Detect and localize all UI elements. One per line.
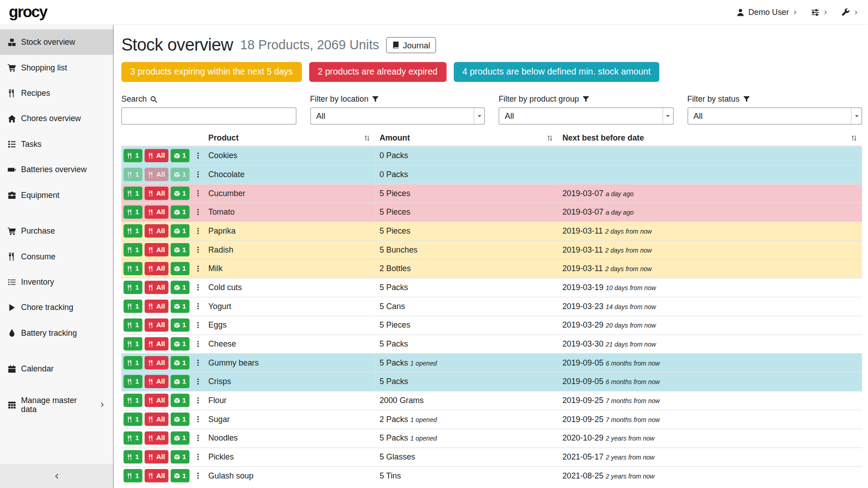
consume-one-button[interactable]: 1 [123, 375, 142, 388]
consume-one-button[interactable]: 1 [123, 319, 142, 332]
open-one-button[interactable]: 1 [170, 187, 189, 200]
consume-all-button[interactable]: All [145, 413, 169, 426]
sidebar-item-chore-tracking[interactable]: Chore tracking [0, 295, 113, 320]
admin-menu[interactable] [842, 8, 859, 16]
open-one-button[interactable]: 1 [170, 375, 189, 388]
row-menu-button[interactable] [192, 337, 204, 350]
sidebar-item-consume[interactable]: Consume [0, 244, 113, 269]
row-menu-button[interactable] [192, 375, 204, 388]
product-group-filter-select[interactable]: All [499, 108, 674, 125]
consume-one-button[interactable]: 1 [123, 450, 142, 463]
row-menu-button[interactable] [192, 469, 204, 482]
open-one-button[interactable]: 1 [170, 356, 189, 369]
consume-one-button[interactable]: 1 [123, 224, 142, 237]
open-one-button[interactable]: 1 [170, 281, 189, 294]
row-menu-button[interactable] [192, 413, 204, 426]
consume-one-button[interactable]: 1 [123, 149, 142, 162]
row-menu-button[interactable] [192, 243, 204, 256]
consume-all-button[interactable]: All [145, 319, 169, 332]
consume-all-button[interactable]: All [145, 187, 169, 200]
consume-one-button[interactable]: 1 [123, 300, 142, 313]
sidebar-item-tasks[interactable]: Tasks [0, 131, 113, 156]
consume-all-button[interactable]: All [145, 450, 169, 463]
open-one-button[interactable]: 1 [170, 300, 189, 313]
location-filter-select[interactable]: All [310, 108, 485, 125]
row-menu-button[interactable] [192, 319, 204, 332]
sidebar-item-chores-overview[interactable]: Chores overview [0, 106, 113, 131]
row-menu-button[interactable] [192, 149, 204, 162]
settings-menu[interactable] [811, 8, 828, 16]
consume-all-button[interactable]: All [145, 300, 169, 313]
consume-one-button[interactable]: 1 [123, 168, 142, 181]
consume-all-button[interactable]: All [145, 394, 169, 407]
open-one-button[interactable]: 1 [170, 394, 189, 407]
row-menu-button[interactable] [192, 450, 204, 463]
consume-all-button[interactable]: All [145, 149, 169, 162]
consume-all-button[interactable]: All [145, 375, 169, 388]
row-menu-button[interactable] [192, 394, 204, 407]
consume-one-button[interactable]: 1 [123, 206, 142, 219]
consume-one-button[interactable]: 1 [123, 281, 142, 294]
consume-all-button[interactable]: All [145, 281, 169, 294]
open-one-button[interactable]: 1 [170, 319, 189, 332]
row-menu-button[interactable] [192, 224, 204, 237]
row-menu-button[interactable] [192, 281, 204, 294]
consume-all-button[interactable]: All [145, 262, 169, 275]
consume-one-button[interactable]: 1 [123, 413, 142, 426]
row-menu-button[interactable] [192, 356, 204, 369]
consume-all-button[interactable]: All [145, 469, 169, 482]
consume-one-button[interactable]: 1 [123, 187, 142, 200]
consume-one-button[interactable]: 1 [123, 262, 142, 275]
app-logo[interactable]: grocy [9, 3, 47, 21]
sidebar-item-calendar[interactable]: Calendar [0, 356, 113, 381]
row-menu-button[interactable] [192, 168, 204, 181]
open-one-button[interactable]: 1 [170, 149, 189, 162]
open-one-button[interactable]: 1 [170, 168, 189, 181]
journal-button[interactable]: Journal [387, 37, 437, 53]
open-one-button[interactable]: 1 [170, 337, 189, 350]
row-menu-button[interactable] [192, 300, 204, 313]
column-header-product[interactable]: Product [204, 132, 375, 146]
open-one-button[interactable]: 1 [170, 413, 189, 426]
open-one-button[interactable]: 1 [170, 432, 189, 445]
row-menu-button[interactable] [192, 206, 204, 219]
sidebar-item-equipment[interactable]: Equipment [0, 182, 113, 207]
sidebar-item-inventory[interactable]: Inventory [0, 269, 113, 295]
status-filter-select[interactable]: All [687, 108, 862, 125]
consume-all-button[interactable]: All [145, 168, 169, 181]
user-menu[interactable]: Demo User [736, 8, 797, 17]
open-one-button[interactable]: 1 [170, 469, 189, 482]
column-header-next-best-before-date[interactable]: Next best before date [558, 132, 862, 146]
sidebar-item-recipes[interactable]: Recipes [0, 80, 113, 106]
sidebar-item-batteries-overview[interactable]: Batteries overview [0, 157, 113, 182]
consume-one-button[interactable]: 1 [123, 432, 142, 445]
sidebar-item-battery-tracking[interactable]: Battery tracking [0, 320, 113, 345]
open-one-button[interactable]: 1 [170, 243, 189, 256]
sidebar-item-stock-overview[interactable]: Stock overview [0, 29, 113, 55]
consume-one-button[interactable]: 1 [123, 469, 142, 482]
sidebar-item-purchase[interactable]: Purchase [0, 218, 113, 244]
summary-badge[interactable]: 2 products are already expired [309, 62, 446, 82]
open-one-button[interactable]: 1 [170, 262, 189, 275]
sidebar-item-shopping-list[interactable]: Shopping list [0, 55, 113, 80]
sidebar-collapse-button[interactable] [0, 464, 113, 488]
column-header-amount[interactable]: Amount [375, 132, 558, 146]
sidebar-item-manage-master-data[interactable]: Manage master data [0, 392, 113, 418]
consume-all-button[interactable]: All [145, 356, 169, 369]
consume-one-button[interactable]: 1 [123, 337, 142, 350]
consume-all-button[interactable]: All [145, 432, 169, 445]
open-one-button[interactable]: 1 [170, 450, 189, 463]
search-input[interactable] [121, 108, 296, 125]
open-one-button[interactable]: 1 [170, 206, 189, 219]
consume-all-button[interactable]: All [145, 224, 169, 237]
consume-all-button[interactable]: All [145, 243, 169, 256]
consume-one-button[interactable]: 1 [123, 243, 142, 256]
row-menu-button[interactable] [192, 187, 204, 200]
consume-all-button[interactable]: All [145, 337, 169, 350]
summary-badge[interactable]: 3 products expiring within the next 5 da… [121, 62, 302, 82]
consume-one-button[interactable]: 1 [123, 356, 142, 369]
open-one-button[interactable]: 1 [170, 224, 189, 237]
consume-all-button[interactable]: All [145, 206, 169, 219]
consume-one-button[interactable]: 1 [123, 394, 142, 407]
row-menu-button[interactable] [192, 432, 204, 445]
